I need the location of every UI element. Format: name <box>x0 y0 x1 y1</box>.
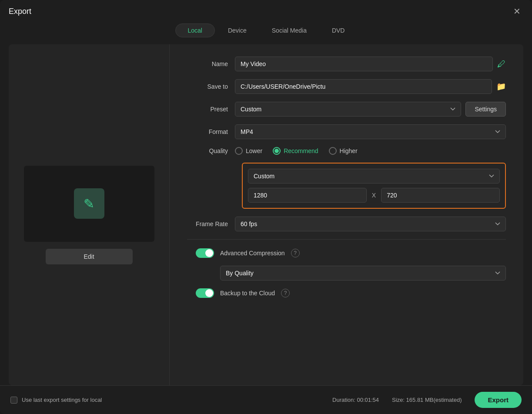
preset-label: Preset <box>187 106 235 113</box>
compression-help-icon[interactable]: ? <box>291 249 300 257</box>
format-row: Format MP4 AVI MOV MKV GIF <box>187 124 506 139</box>
cloud-help-icon[interactable]: ? <box>281 289 290 297</box>
quality-row: Quality Lower Recommend Higher <box>187 147 506 155</box>
settings-button[interactable]: Settings <box>465 102 506 117</box>
tab-dvd[interactable]: DVD <box>320 23 357 37</box>
cloud-label: Backup to the Cloud <box>220 290 275 297</box>
quality-recommend-radio[interactable] <box>273 147 281 155</box>
name-row: Name 🖊 <box>187 57 506 71</box>
bottom-bar: Use last export settings for local Durat… <box>0 385 532 414</box>
format-label: Format <box>187 128 235 135</box>
saveto-row: Save to 📁 <box>187 79 506 94</box>
preset-row: Preset Custom High Quality Low Quality S… <box>187 102 506 117</box>
compression-toggle[interactable] <box>196 248 214 258</box>
quality-lower-label: Lower <box>246 147 262 154</box>
quality-lower-radio[interactable] <box>235 147 243 155</box>
quality-control: Lower Recommend Higher <box>235 147 506 155</box>
tab-device[interactable]: Device <box>216 23 259 37</box>
name-input[interactable] <box>235 57 493 71</box>
resolution-height-input[interactable] <box>381 188 500 203</box>
name-control: 🖊 <box>235 57 506 71</box>
framerate-label: Frame Rate <box>187 220 235 227</box>
resolution-section: Custom 1920x1080 1280x720 854x480 X <box>242 163 506 209</box>
close-button[interactable]: ✕ <box>511 6 523 17</box>
compression-label: Advanced Compression <box>220 250 285 257</box>
dialog-title: Export <box>9 7 31 16</box>
left-panel: ✎ Edit <box>9 44 170 385</box>
quality-higher-radio[interactable] <box>329 147 337 155</box>
format-control: MP4 AVI MOV MKV GIF <box>235 124 506 139</box>
cloud-toggle-knob <box>205 289 213 297</box>
quality-higher-option[interactable]: Higher <box>329 147 358 155</box>
edit-button[interactable]: Edit <box>46 249 133 264</box>
title-bar: Export ✕ <box>0 0 532 21</box>
section-divider <box>187 239 506 240</box>
quality-lower-option[interactable]: Lower <box>235 147 262 155</box>
preset-control: Custom High Quality Low Quality Settings <box>235 102 506 117</box>
preset-select[interactable]: Custom High Quality Low Quality <box>235 102 461 117</box>
format-select[interactable]: MP4 AVI MOV MKV GIF <box>235 124 506 139</box>
export-dialog: Export ✕ Local Device Social Media DVD ✎… <box>0 0 532 414</box>
duration-text: Duration: 00:01:54 <box>332 397 379 403</box>
quality-recommend-label: Recommend <box>284 147 318 154</box>
compression-select-row: By Quality By Size <box>220 266 506 280</box>
tabs-row: Local Device Social Media DVD <box>0 21 532 44</box>
tab-local[interactable]: Local <box>175 23 215 37</box>
resolution-select[interactable]: Custom 1920x1080 1280x720 854x480 <box>248 169 500 184</box>
framerate-control: 24 fps 30 fps 60 fps 120 fps <box>235 217 506 231</box>
resolution-x-separator: X <box>372 192 376 199</box>
ai-icon[interactable]: 🖊 <box>497 59 506 69</box>
compression-toggle-knob <box>205 249 213 257</box>
saveto-input[interactable] <box>235 79 492 94</box>
export-button[interactable]: Export <box>475 392 522 408</box>
compression-mode-select[interactable]: By Quality By Size <box>220 266 506 280</box>
tab-social-media[interactable]: Social Media <box>260 23 319 37</box>
quality-recommend-option[interactable]: Recommend <box>273 147 318 155</box>
saveto-label: Save to <box>187 83 235 90</box>
main-content: ✎ Edit Name 🖊 Save to 📁 <box>9 44 523 385</box>
name-label: Name <box>187 60 235 67</box>
edit-pencil-icon: ✎ <box>84 196 94 211</box>
preview-box: ✎ <box>24 166 154 242</box>
resolution-dropdown-row: Custom 1920x1080 1280x720 854x480 <box>248 169 500 184</box>
resolution-inputs-row: X <box>248 188 500 203</box>
quality-higher-label: Higher <box>340 147 358 154</box>
advanced-compression-row: Advanced Compression ? <box>196 248 506 258</box>
framerate-row: Frame Rate 24 fps 30 fps 60 fps 120 fps <box>187 217 506 231</box>
saveto-control: 📁 <box>235 79 506 94</box>
size-text: Size: 165.81 MB(estimated) <box>392 397 462 403</box>
right-panel: Name 🖊 Save to 📁 Preset Cust <box>170 44 523 385</box>
cloud-toggle[interactable] <box>196 288 214 298</box>
bottom-right: Duration: 00:01:54 Size: 165.81 MB(estim… <box>332 392 522 408</box>
preview-icon-wrapper: ✎ <box>74 188 104 219</box>
cloud-backup-row: Backup to the Cloud ? <box>196 288 506 298</box>
quality-label: Quality <box>187 147 235 154</box>
framerate-select[interactable]: 24 fps 30 fps 60 fps 120 fps <box>235 217 506 231</box>
folder-icon[interactable]: 📁 <box>496 82 506 91</box>
use-last-checkbox[interactable] <box>10 397 17 404</box>
use-last-settings: Use last export settings for local <box>10 397 102 404</box>
radio-inner-dot <box>274 149 279 153</box>
use-last-label: Use last export settings for local <box>22 397 102 403</box>
resolution-width-input[interactable] <box>248 188 367 203</box>
